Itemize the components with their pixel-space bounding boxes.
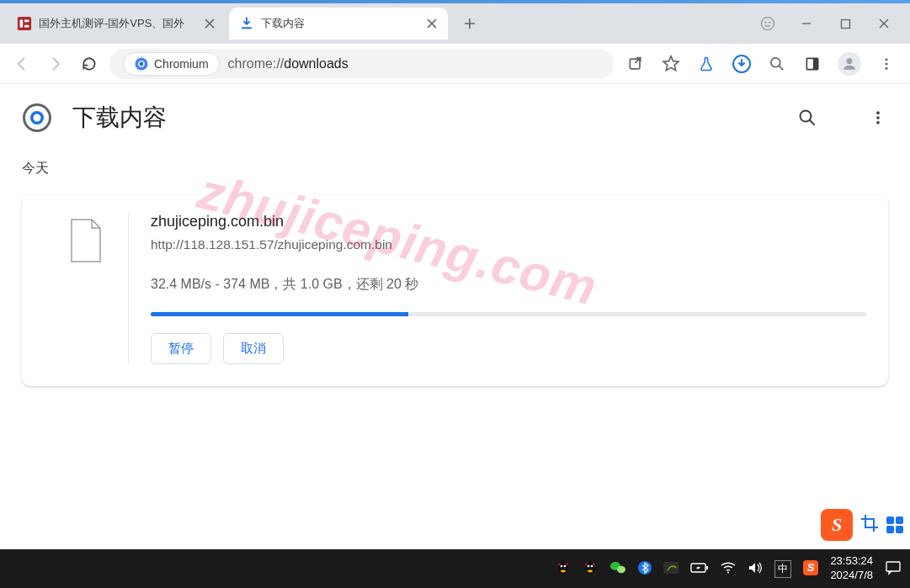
svg-rect-41 <box>706 566 708 569</box>
chromium-pill: Chromium <box>123 52 220 76</box>
svg-point-18 <box>886 62 888 65</box>
svg-rect-15 <box>813 58 818 69</box>
maximize-button[interactable] <box>838 16 853 31</box>
download-source-url[interactable]: http://118.128.151.57/zhujiceping.com.bi… <box>151 237 866 252</box>
svg-rect-45 <box>886 562 900 571</box>
emoji-button[interactable] <box>760 16 775 31</box>
download-filename: zhujiceping.com.bin <box>151 213 866 230</box>
tray-battery-icon[interactable] <box>690 562 709 576</box>
side-tools: S <box>821 509 903 541</box>
profile-avatar[interactable] <box>838 52 861 76</box>
download-icon <box>239 16 254 31</box>
svg-rect-7 <box>841 19 849 28</box>
tray-time: 23:53:24 <box>830 554 873 569</box>
sogou-ime-badge[interactable]: S <box>821 509 853 541</box>
svg-point-34 <box>591 564 593 567</box>
share-icon[interactable] <box>625 54 646 74</box>
downloads-indicator-icon[interactable] <box>732 54 752 74</box>
minimize-button[interactable] <box>799 16 814 31</box>
svg-point-23 <box>34 114 41 122</box>
svg-point-33 <box>588 564 590 567</box>
window-controls <box>760 3 910 44</box>
search-icon[interactable] <box>767 54 787 74</box>
pill-label: Chromium <box>154 57 209 71</box>
svg-point-42 <box>727 571 729 573</box>
chromium-logo-icon <box>22 103 52 133</box>
downloads-content: 今天 zhujiceping.com.bin http://118.128.15… <box>0 151 910 403</box>
tab-host-review[interactable]: 国外主机测评-国外VPS、国外 <box>7 8 226 40</box>
forward-button[interactable] <box>42 50 69 77</box>
download-progress-fill <box>151 312 408 316</box>
svg-point-10 <box>140 61 144 66</box>
tray-volume-icon[interactable] <box>748 561 763 577</box>
download-card: zhujiceping.com.bin http://118.128.151.5… <box>22 194 888 386</box>
window-snap-icon[interactable] <box>886 516 903 533</box>
crop-icon[interactable] <box>859 513 880 537</box>
tray-qq-icon-1[interactable] <box>556 560 571 578</box>
svg-point-17 <box>886 58 888 61</box>
download-status-text: 32.4 MB/s - 374 MB，共 1.0 GB，还剩 20 秒 <box>151 276 866 294</box>
svg-point-27 <box>876 121 880 124</box>
tab-downloads[interactable]: 下载内容 <box>229 8 448 40</box>
tray-sogou-icon[interactable]: S <box>803 560 818 578</box>
svg-point-26 <box>876 116 880 119</box>
svg-point-16 <box>847 58 853 64</box>
download-file-icon <box>44 213 128 364</box>
svg-rect-1 <box>20 20 24 28</box>
svg-point-35 <box>588 569 593 572</box>
tray-qq-icon-2[interactable] <box>583 560 598 578</box>
close-icon[interactable] <box>202 16 217 31</box>
svg-point-31 <box>561 569 566 572</box>
tab-strip: 国外主机测评-国外VPS、国外 下载内容 <box>0 3 910 44</box>
reading-list-icon[interactable] <box>802 54 822 74</box>
svg-rect-0 <box>18 17 31 30</box>
favicon-host-review <box>17 16 32 31</box>
tray-wechat-icon[interactable] <box>609 560 626 578</box>
section-today-label: 今天 <box>22 160 888 177</box>
address-bar: Chromium chrome://downloads <box>0 44 910 84</box>
tray-wifi-icon[interactable] <box>721 562 736 576</box>
downloads-menu-icon[interactable] <box>868 108 888 128</box>
cancel-button[interactable]: 取消 <box>223 333 284 364</box>
tab-title: 下载内容 <box>261 16 419 31</box>
close-icon[interactable] <box>424 16 439 31</box>
download-progress-bar <box>151 312 866 316</box>
svg-point-5 <box>765 22 767 24</box>
tray-clock[interactable]: 23:53:24 2024/7/8 <box>830 554 873 583</box>
downloads-page-header: 下载内容 <box>0 84 910 151</box>
close-button[interactable] <box>876 16 891 31</box>
svg-point-37 <box>617 565 625 572</box>
svg-point-30 <box>564 564 567 567</box>
page-title: 下载内容 <box>72 102 167 134</box>
svg-point-19 <box>886 66 888 69</box>
svg-point-25 <box>876 111 880 114</box>
tray-notifications-icon[interactable] <box>885 560 902 578</box>
downloads-search-icon[interactable] <box>797 108 817 128</box>
new-tab-button[interactable] <box>456 10 483 37</box>
tray-bluetooth-icon[interactable] <box>638 561 652 577</box>
menu-kebab-icon[interactable] <box>876 54 897 74</box>
svg-rect-2 <box>24 20 29 23</box>
svg-rect-39 <box>663 562 679 574</box>
omnibox-url: chrome://downloads <box>228 56 349 72</box>
tray-date: 2024/7/8 <box>830 569 873 583</box>
svg-point-29 <box>561 564 563 567</box>
svg-text:S: S <box>807 561 815 574</box>
taskbar: 中 S 23:53:24 2024/7/8 <box>0 549 910 588</box>
flask-icon[interactable] <box>696 54 716 74</box>
omnibox[interactable]: Chromium chrome://downloads <box>109 49 614 79</box>
bookmark-star-icon[interactable] <box>661 54 681 74</box>
tray-ime-indicator[interactable]: 中 <box>774 560 791 578</box>
back-button[interactable] <box>8 50 35 77</box>
tab-title: 国外主机测评-国外VPS、国外 <box>39 16 197 31</box>
tray-nvidia-icon[interactable] <box>663 562 679 576</box>
reload-button[interactable] <box>76 50 103 77</box>
svg-rect-3 <box>24 25 29 28</box>
svg-point-6 <box>769 22 771 24</box>
pause-button[interactable]: 暂停 <box>151 333 211 364</box>
svg-point-4 <box>762 18 774 30</box>
